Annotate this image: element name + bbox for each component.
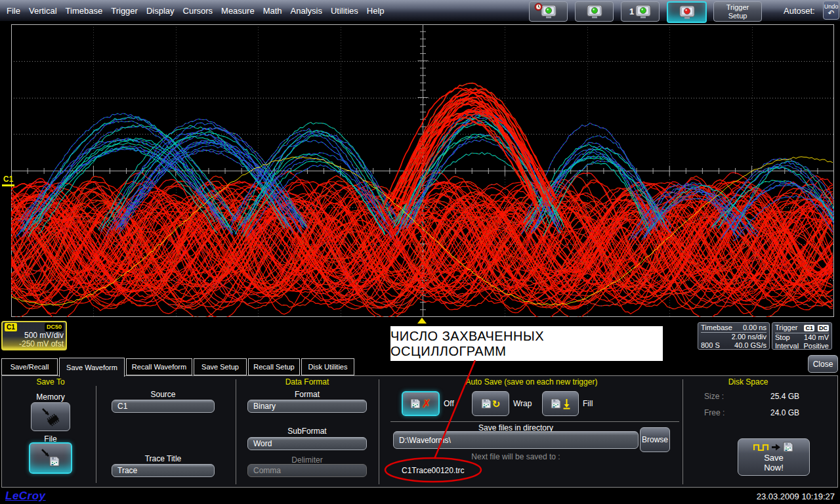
off-x-icon: ✗ (421, 398, 430, 410)
wrap-arrow-icon: ↻ (492, 399, 501, 409)
delimiter-label: Delimiter (247, 455, 367, 465)
memory-label: Memory (18, 392, 83, 402)
lecroy-logo: LeCroy (5, 490, 46, 503)
timed-trigger-monitor-icon (541, 5, 556, 19)
trigger-setup-line2: Setup (726, 12, 749, 20)
menu-timebase[interactable]: Timebase (66, 6, 103, 16)
menu-vertical[interactable]: Vertical (29, 6, 57, 16)
tab-save-recall[interactable]: Save/Recall (1, 358, 58, 375)
channel-c1-descriptor[interactable]: C1 DC50 500 mV/div -250 mV ofst (1, 321, 67, 350)
timebase-delay: 0.00 ns (743, 324, 766, 332)
autoset-label: Autoset: (784, 6, 815, 16)
trace-title-label: Trace Title (112, 454, 215, 463)
trigger-auto-button[interactable] (575, 1, 614, 22)
memory-chip-icon (39, 406, 62, 427)
channel-offset: -250 mV ofst (5, 340, 64, 348)
channel-name-badge: C1 (5, 323, 17, 331)
browse-button[interactable]: Browse (640, 427, 670, 452)
trigger-position-marker[interactable] (417, 318, 427, 324)
trigger-descriptor[interactable]: Trigger C1 DC Stop 140 mV Interval Posit… (772, 322, 832, 350)
trigger-slope: Positive (803, 342, 829, 350)
source-label: Source (112, 390, 215, 399)
disk-size-value: 25.4 GB (748, 392, 799, 401)
trigger-single-button[interactable]: 1 (621, 1, 660, 22)
timebase-time-div: 2.00 ns/div (701, 333, 766, 341)
datetime-display: 23.03.2009 10:19:27 (757, 492, 835, 501)
save-to-header: Save To (18, 377, 83, 387)
trigger-title: Trigger (775, 324, 797, 333)
waveform-display[interactable] (11, 24, 834, 317)
directory-field[interactable]: D:\Waveforms\ (393, 431, 639, 449)
single-trigger-count: 1 (629, 7, 634, 16)
section-divider (390, 421, 679, 422)
tab-save-setup[interactable]: Save Setup (194, 358, 247, 375)
menu-utilities[interactable]: Utilities (331, 6, 358, 16)
disk-free-value: 24.0 GB (748, 408, 799, 417)
floppy-icon (481, 398, 492, 409)
auto-save-off-button[interactable]: ✗ (402, 391, 440, 416)
section-divider (682, 379, 683, 484)
format-label: Format (247, 390, 367, 399)
fill-arrow-icon (562, 398, 571, 410)
subformat-field[interactable]: Word (247, 437, 367, 450)
undo-button[interactable]: Undo ↶ (823, 1, 839, 20)
pulse-to-floppy-icon (753, 442, 794, 453)
tab-disk-utilities[interactable]: Disk Utilities (301, 358, 354, 375)
menu-display[interactable]: Display (146, 6, 175, 16)
menu-measure[interactable]: Measure (221, 6, 255, 16)
timebase-rate: 40.0 GS/s (734, 341, 766, 350)
tab-save-waveform[interactable]: Save Waveform (59, 358, 125, 377)
disk-space-header: Disk Space (702, 377, 794, 387)
auto-save-wrap-button[interactable]: ↻ (472, 391, 509, 416)
trigger-mode: Stop (775, 333, 790, 342)
menu-help[interactable]: Help (367, 6, 385, 16)
section-divider (236, 379, 236, 484)
timebase-title: Timebase (701, 324, 732, 332)
status-bar (0, 488, 840, 504)
save-to-memory-button[interactable] (31, 402, 70, 431)
menu-file[interactable]: File (7, 6, 20, 16)
menu-trigger[interactable]: Trigger (111, 6, 138, 16)
disk-size-label: Size : (704, 392, 737, 401)
data-format-header: Data Format (261, 377, 353, 387)
floppy-icon (551, 398, 561, 409)
trigger-source-badge: C1 (804, 325, 814, 331)
next-file-value: C1Trace00120.trc (402, 466, 465, 475)
auto-save-fill-label: Fill (583, 399, 602, 408)
menu-analysis[interactable]: Analysis (291, 6, 322, 16)
menu-math[interactable]: Math (263, 6, 282, 16)
trigger-timed-button[interactable] (529, 1, 568, 22)
format-field[interactable]: Binary (247, 400, 367, 413)
tab-recall-setup[interactable]: Recall Setup (248, 358, 300, 375)
trigger-coupling-badge: DC (818, 325, 829, 331)
menu-cursors[interactable]: Cursors (183, 6, 213, 16)
auto-trigger-monitor-icon (587, 5, 602, 19)
section-divider (379, 379, 379, 484)
save-now-button[interactable]: Save Now! (738, 438, 810, 476)
tab-recall-waveform[interactable]: Recall Waveform (126, 358, 192, 375)
auto-save-fill-button[interactable] (542, 391, 579, 416)
trigger-setup-line1: Trigger (726, 3, 749, 12)
trigger-setup-button[interactable]: Trigger Setup (713, 1, 762, 22)
save-to-file-button[interactable] (29, 442, 72, 474)
delimiter-field: Comma (247, 464, 367, 477)
save-to-file-icon (38, 447, 63, 469)
trigger-stop-button[interactable] (667, 1, 707, 23)
trace-title-field[interactable]: Trace (112, 464, 215, 477)
trigger-type: Interval (775, 342, 799, 350)
annotation-box: ЧИСЛО ЗАХВАЧЕННЫХ ОСЦИЛЛОГРАММ (390, 326, 663, 361)
save-now-line1: Save (764, 453, 784, 463)
save-now-line2: Now! (764, 463, 784, 472)
tab-bar: Save/Recall Save Waveform Recall Wavefor… (1, 358, 356, 376)
channel-offset-marker[interactable]: C1 (2, 175, 14, 186)
next-file-label: Next file will be saved to : (393, 452, 639, 461)
close-button[interactable]: Close (808, 355, 838, 373)
single-trigger-monitor-icon (635, 5, 651, 19)
timebase-descriptor[interactable]: Timebase 0.00 ns 2.00 ns/div 800 S 40.0 … (698, 322, 770, 350)
source-field[interactable]: C1 (112, 400, 215, 413)
stop-trigger-monitor-icon (679, 5, 695, 20)
floppy-icon (410, 398, 421, 409)
auto-save-off-label: Off (444, 399, 463, 408)
undo-arrow-icon: ↶ (824, 10, 839, 16)
clock-icon (534, 3, 543, 11)
